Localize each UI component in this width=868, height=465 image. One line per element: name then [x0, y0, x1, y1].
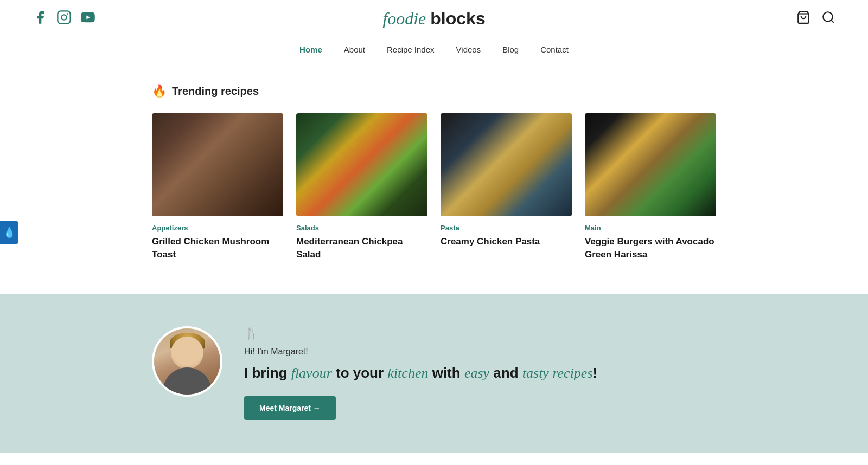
site-logo[interactable]: foodie blocks [382, 9, 485, 29]
meet-margaret-button[interactable]: Meet Margaret → [244, 396, 336, 420]
about-section: 🍴 Hi! I'm Margaret! I bring flavour to y… [0, 294, 868, 453]
nav-contact[interactable]: Contact [540, 45, 569, 54]
youtube-link[interactable] [80, 10, 95, 27]
tagline-plain3b: with [432, 365, 461, 381]
instagram-link[interactable] [56, 10, 72, 27]
nav-about[interactable]: About [344, 45, 365, 54]
recipe-title: Grilled Chicken Mushroom Toast [152, 235, 283, 261]
tagline-italic3: easy [464, 365, 489, 381]
nav-blog[interactable]: Blog [502, 45, 519, 54]
trending-section: 🔥 Trending recipes Appetizers Grilled Ch… [0, 62, 868, 283]
recipe-card[interactable]: Pasta Creamy Chicken Pasta [441, 113, 572, 261]
facebook-icon [33, 10, 48, 25]
recipe-image [585, 113, 716, 216]
main-nav: Home About Recipe Index Videos Blog Cont… [0, 37, 868, 62]
section-heading: 🔥 Trending recipes [152, 84, 716, 98]
svg-point-2 [67, 13, 68, 15]
widget-icon: 💧 [3, 227, 15, 238]
utensils-icon: 🍴 [244, 326, 716, 340]
tagline-italic4: tasty recipes [522, 365, 593, 381]
recipe-image [296, 113, 427, 216]
avatar [152, 326, 222, 397]
tagline-italic2: kitchen [387, 365, 428, 381]
tagline-end: ! [593, 365, 598, 381]
logo-blocks-text: blocks [430, 9, 485, 28]
about-greeting: Hi! I'm Margaret! [244, 347, 716, 357]
tagline-italic1: flavour [291, 365, 332, 381]
recipe-card[interactable]: Main Veggie Burgers with Avocado Green H… [585, 113, 716, 261]
logo-foodie-text: foodie [382, 9, 426, 28]
cart-icon [796, 10, 810, 24]
avatar-body [163, 367, 212, 395]
recipe-category: Main [585, 224, 716, 232]
trending-heading: Trending recipes [172, 85, 259, 98]
recipe-category: Salads [296, 224, 427, 232]
nav-home[interactable]: Home [299, 45, 322, 54]
recipe-card[interactable]: Appetizers Grilled Chicken Mushroom Toas… [152, 113, 283, 261]
recipe-category: Pasta [441, 224, 572, 232]
tagline-plain1: I bring [244, 365, 287, 381]
tagline-plain4: and [493, 365, 522, 381]
avatar-face [171, 337, 203, 369]
recipe-title: Creamy Chicken Pasta [441, 235, 572, 248]
svg-rect-0 [58, 11, 70, 23]
header-actions [796, 10, 835, 27]
recipe-grid: Appetizers Grilled Chicken Mushroom Toas… [152, 113, 716, 261]
cart-link[interactable] [796, 10, 810, 27]
search-icon [821, 10, 835, 24]
search-link[interactable] [821, 10, 835, 27]
site-header: foodie blocks [0, 0, 868, 37]
recipe-title: Veggie Burgers with Avocado Green Hariss… [585, 235, 716, 261]
instagram-icon [56, 10, 72, 25]
flame-icon: 🔥 [152, 84, 167, 98]
side-widget[interactable]: 💧 [0, 221, 18, 244]
youtube-icon [80, 10, 95, 25]
recipe-category: Appetizers [152, 224, 283, 232]
tagline-plain2b: to your [336, 365, 384, 381]
nav-recipe-index[interactable]: Recipe Index [387, 45, 435, 54]
facebook-link[interactable] [33, 10, 48, 27]
recipe-image [152, 113, 283, 216]
social-links [33, 10, 95, 27]
about-content: 🍴 Hi! I'm Margaret! I bring flavour to y… [244, 326, 716, 420]
svg-line-6 [831, 20, 834, 23]
nav-videos[interactable]: Videos [456, 45, 481, 54]
about-tagline: I bring flavour to your kitchen with eas… [244, 363, 716, 383]
recipe-image [441, 113, 572, 216]
svg-point-5 [823, 12, 832, 21]
recipe-card[interactable]: Salads Mediterranean Chickpea Salad [296, 113, 427, 261]
recipe-title: Mediterranean Chickpea Salad [296, 235, 427, 261]
svg-point-1 [61, 15, 66, 20]
